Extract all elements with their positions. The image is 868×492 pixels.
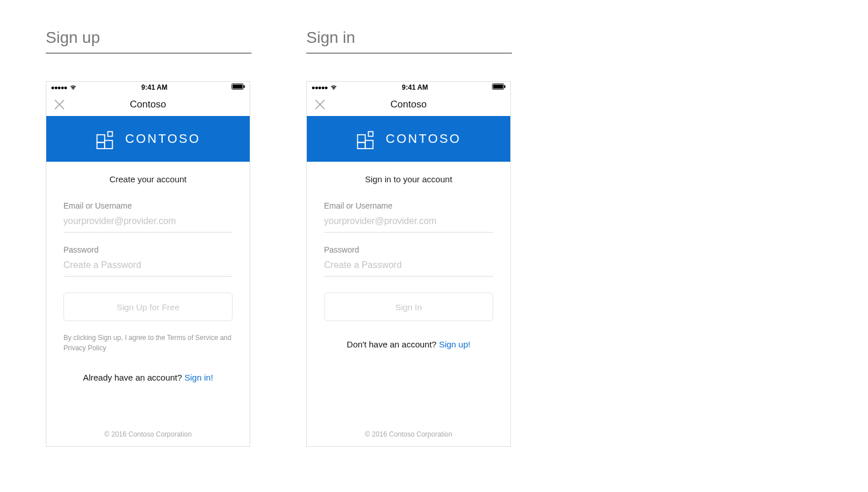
switch-prompt: Don't have an account? Sign up! (324, 339, 493, 349)
brand-logo-icon (356, 129, 377, 149)
signal-dots-icon: ●●●●● (311, 84, 327, 91)
svg-rect-7 (105, 141, 113, 149)
nav-title: Contoso (390, 99, 426, 110)
svg-rect-14 (358, 135, 366, 143)
svg-rect-6 (97, 142, 105, 149)
svg-rect-2 (243, 85, 245, 88)
brand-name: CONTOSO (386, 131, 461, 146)
battery-icon (492, 83, 506, 90)
nav-bar: Contoso (307, 93, 510, 116)
svg-rect-10 (493, 85, 503, 89)
battery-icon (231, 83, 245, 90)
email-field[interactable] (324, 213, 493, 233)
email-label: Email or Username (63, 201, 233, 210)
status-bar: ●●●●● 9:41 AM (46, 82, 250, 93)
svg-rect-17 (369, 131, 373, 136)
nav-bar: Contoso (46, 93, 250, 116)
svg-rect-16 (365, 141, 373, 149)
email-field[interactable] (63, 213, 233, 233)
phone-mock-signin: ●●●●● 9:41 AM (306, 81, 511, 447)
switch-prompt-text: Don't have an account? (347, 339, 439, 349)
section-title-signin: Sign in (306, 29, 512, 54)
nav-title: Contoso (130, 99, 166, 110)
password-label: Password (324, 245, 493, 254)
brand-name: CONTOSO (125, 131, 201, 146)
svg-rect-8 (108, 131, 113, 136)
section-title-signup: Sign up (46, 29, 251, 54)
svg-rect-11 (504, 85, 505, 88)
close-icon[interactable] (54, 99, 65, 110)
close-icon[interactable] (315, 99, 325, 110)
brand-banner: CONTOSO (307, 116, 510, 162)
svg-rect-15 (358, 142, 366, 149)
wifi-icon (69, 85, 77, 90)
footer-copyright: © 2016 Contoso Corporation (46, 422, 250, 446)
switch-prompt-text: Already have an account? (83, 373, 185, 382)
email-label: Email or Username (324, 201, 493, 210)
switch-prompt: Already have an account? Sign in! (63, 373, 233, 382)
phone-mock-signup: ●●●●● 9:41 AM (46, 81, 250, 447)
password-field[interactable] (324, 257, 493, 277)
signal-dots-icon: ●●●●● (51, 84, 67, 91)
password-field[interactable] (63, 257, 233, 277)
legal-text: By clicking Sign up, I agree to the Term… (63, 333, 233, 353)
status-time: 9:41 AM (141, 83, 167, 91)
brand-banner: CONTOSO (46, 116, 250, 162)
signup-button[interactable]: Sign Up for Free (63, 293, 233, 321)
wifi-icon (330, 85, 338, 90)
status-time: 9:41 AM (402, 83, 428, 91)
status-bar: ●●●●● 9:41 AM (307, 82, 510, 93)
signup-link[interactable]: Sign up! (439, 339, 470, 349)
footer-copyright: © 2016 Contoso Corporation (307, 422, 510, 446)
brand-logo-icon (95, 129, 116, 149)
password-label: Password (63, 245, 233, 254)
page-subtitle: Sign in to your account (324, 174, 493, 184)
signin-button[interactable]: Sign In (324, 293, 493, 321)
signin-link[interactable]: Sign in! (185, 373, 213, 382)
svg-rect-5 (97, 135, 105, 143)
svg-rect-1 (233, 85, 242, 89)
page-subtitle: Create your account (63, 174, 233, 184)
